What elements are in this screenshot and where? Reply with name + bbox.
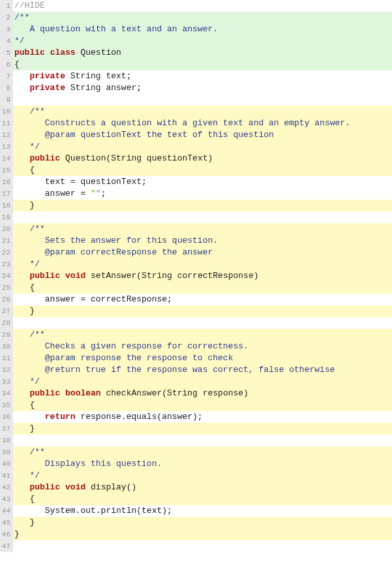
code-line[interactable]: }	[13, 517, 392, 529]
token-plain: ()	[127, 482, 137, 492]
line-number: 15	[0, 164, 10, 176]
token-keyword: public	[29, 271, 60, 281]
token-doc-comment: @return true if the response was correct…	[29, 365, 335, 375]
line-number: 10	[0, 106, 10, 117]
code-line[interactable]	[13, 211, 392, 223]
code-line[interactable]: /**	[13, 329, 392, 341]
token-plain	[14, 517, 29, 527]
line-number: 8	[0, 82, 10, 94]
code-line[interactable]: */	[13, 35, 392, 47]
code-line[interactable]: }	[13, 529, 392, 540]
code-line[interactable]: }	[13, 200, 392, 211]
line-number: 37	[0, 423, 10, 435]
token-plain: ;	[101, 189, 106, 198]
token-method: checkAnswer	[106, 388, 162, 398]
code-line[interactable]: @param response the response to check	[13, 352, 392, 364]
code-line[interactable]: {	[13, 164, 392, 176]
code-line[interactable]: @param questionText the text of this que…	[13, 129, 392, 141]
code-line[interactable]: public boolean checkAnswer(String respon…	[13, 388, 392, 399]
code-line[interactable]	[13, 317, 392, 329]
code-line[interactable]: answer = correctResponse;	[13, 294, 392, 305]
code-line[interactable]: public void display()	[13, 482, 392, 493]
token-keyword: void	[65, 271, 85, 281]
code-line[interactable]: return response.equals(answer);	[13, 411, 392, 423]
token-plain	[14, 400, 29, 410]
line-number: 19	[0, 211, 10, 223]
code-line[interactable]: A question with a text and an answer.	[13, 23, 392, 35]
line-number: 45	[0, 517, 10, 529]
code-line[interactable]: }	[13, 305, 392, 317]
code-line[interactable]: @param correctResponse the answer	[13, 247, 392, 258]
code-line[interactable]: */	[13, 258, 392, 270]
code-line[interactable]: answer = "";	[13, 188, 392, 200]
code-line[interactable]: @return true if the response was correct…	[13, 364, 392, 376]
code-line[interactable]: /**	[13, 446, 392, 458]
code-line[interactable]: public void setAnswer(String correctResp…	[13, 270, 392, 282]
line-number: 43	[0, 493, 10, 505]
code-line[interactable]: */	[13, 141, 392, 153]
line-number: 25	[0, 282, 10, 294]
code-line[interactable]: /**	[13, 223, 392, 235]
line-number: 23	[0, 258, 10, 270]
token-plain: String text;	[65, 71, 131, 81]
token-plain: System.out.println(text);	[14, 506, 172, 516]
code-editor[interactable]: 1234567891011121314151617181920212223242…	[0, 0, 392, 552]
token-plain	[14, 330, 29, 339]
token-plain: answer = correctResponse;	[14, 294, 172, 304]
code-line[interactable]: Checks a given response for correctness.	[13, 341, 392, 352]
code-line[interactable]: /**	[13, 12, 392, 23]
code-line[interactable]: Sets the answer for this question.	[13, 235, 392, 247]
token-plain	[14, 494, 29, 504]
token-brace: {	[29, 165, 35, 175]
code-line[interactable]: }	[13, 423, 392, 435]
code-line[interactable]: text = questionText;	[13, 176, 392, 188]
token-keyword: class	[50, 48, 76, 57]
line-number: 40	[0, 458, 10, 470]
token-plain: (String response)	[162, 388, 249, 398]
token-plain: response.equals(answer);	[76, 412, 203, 422]
token-plain	[14, 447, 29, 457]
code-line[interactable]: Constructs a question with a given text …	[13, 117, 392, 129]
token-brace: }	[29, 200, 35, 210]
code-line[interactable]: System.out.println(text);	[13, 505, 392, 517]
token-keyword: private	[29, 71, 65, 81]
line-number: 24	[0, 270, 10, 282]
code-line[interactable]: public Question(String questionText)	[13, 153, 392, 164]
token-method: Question	[65, 153, 106, 163]
line-number: 1	[0, 0, 10, 12]
code-line[interactable]: public class Question	[13, 47, 392, 59]
code-line[interactable]: */	[13, 470, 392, 482]
code-line[interactable]: {	[13, 282, 392, 294]
line-number: 42	[0, 482, 10, 493]
line-number: 12	[0, 129, 10, 141]
line-number: 31	[0, 352, 10, 364]
code-line[interactable]: private String answer;	[13, 82, 392, 94]
token-doc-comment: */	[29, 259, 40, 269]
code-line[interactable]	[13, 435, 392, 446]
code-line[interactable]: //HIDE	[13, 0, 392, 12]
code-area[interactable]: //HIDE/** A question with a text and an …	[13, 0, 392, 552]
line-number: 16	[0, 176, 10, 188]
code-line[interactable]: {	[13, 493, 392, 505]
code-line[interactable]: {	[13, 399, 392, 411]
code-line[interactable]: {	[13, 59, 392, 70]
code-line[interactable]: private String text;	[13, 70, 392, 82]
code-line[interactable]	[13, 94, 392, 106]
token-brace: }	[29, 424, 35, 433]
line-number: 34	[0, 388, 10, 399]
code-line[interactable]: Displays this question.	[13, 458, 392, 470]
code-line[interactable]: */	[13, 376, 392, 388]
code-line[interactable]	[13, 540, 392, 552]
line-number: 18	[0, 200, 10, 211]
token-plain	[14, 118, 29, 128]
token-classname: Question	[80, 48, 121, 57]
token-plain	[14, 412, 45, 422]
token-doc-comment: /**	[29, 447, 44, 457]
token-plain	[60, 271, 65, 281]
line-number: 6	[0, 59, 10, 70]
code-line[interactable]: /**	[13, 106, 392, 117]
token-plain	[14, 236, 29, 245]
token-doc-comment: */	[14, 36, 25, 46]
token-plain	[14, 153, 29, 163]
token-plain	[85, 271, 91, 281]
